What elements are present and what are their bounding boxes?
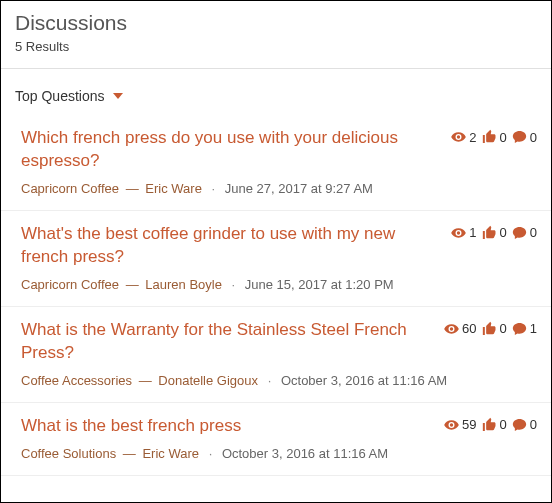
discussion-title-link[interactable]: What is the Warranty for the Stainless S…: [21, 319, 436, 365]
author-link[interactable]: Eric Ware: [145, 181, 202, 196]
discussion-title-link[interactable]: What is the best french press: [21, 415, 436, 438]
comments-stat: 1: [510, 321, 537, 337]
discussion-title-link[interactable]: What's the best coffee grinder to use wi…: [21, 223, 443, 269]
comments-count: 0: [530, 225, 537, 240]
comments-count: 0: [530, 417, 537, 432]
comment-icon: [510, 129, 529, 145]
category-link[interactable]: Capricorn Coffee: [21, 181, 119, 196]
comments-stat: 0: [510, 417, 537, 433]
comment-icon: [510, 417, 529, 433]
views-stat: 60: [442, 321, 476, 337]
comments-stat: 0: [510, 129, 537, 145]
discussion-item: What is the best french press 59 0 0 Cof…: [1, 403, 551, 476]
discussion-item: What is the Warranty for the Stainless S…: [1, 307, 551, 403]
thumbs-up-icon: [480, 417, 499, 433]
likes-stat: 0: [480, 321, 507, 337]
eye-icon: [449, 129, 468, 145]
sort-dropdown[interactable]: Top Questions: [15, 88, 123, 104]
comment-icon: [510, 321, 529, 337]
discussion-list: Which french press do you use with your …: [1, 115, 551, 476]
likes-count: 0: [500, 225, 507, 240]
thumbs-up-icon: [480, 129, 499, 145]
author-link[interactable]: Donatelle Gigoux: [158, 373, 258, 388]
likes-stat: 0: [480, 129, 507, 145]
chevron-down-icon: [113, 93, 123, 99]
views-count: 1: [469, 225, 476, 240]
sort-bar: Top Questions: [1, 69, 551, 115]
sort-label: Top Questions: [15, 88, 105, 104]
eye-icon: [442, 417, 461, 433]
comments-count: 0: [530, 130, 537, 145]
post-date: June 15, 2017 at 1:20 PM: [245, 277, 394, 292]
author-link[interactable]: Lauren Boyle: [145, 277, 222, 292]
likes-stat: 0: [480, 225, 507, 241]
eye-icon: [449, 225, 468, 241]
discussion-item: Which french press do you use with your …: [1, 115, 551, 211]
views-stat: 2: [449, 129, 476, 145]
comment-icon: [510, 225, 529, 241]
author-link[interactable]: Eric Ware: [142, 446, 199, 461]
category-link[interactable]: Capricorn Coffee: [21, 277, 119, 292]
eye-icon: [442, 321, 461, 337]
post-date: October 3, 2016 at 11:16 AM: [281, 373, 447, 388]
discussion-meta: Coffee Solutions — Eric Ware · October 3…: [21, 446, 537, 461]
discussion-stats: 59 0 0: [442, 415, 537, 433]
comments-count: 1: [530, 321, 537, 336]
discussion-stats: 1 0 0: [449, 223, 537, 241]
category-link[interactable]: Coffee Solutions: [21, 446, 116, 461]
discussions-header: Discussions 5 Results: [1, 1, 551, 69]
views-count: 59: [462, 417, 476, 432]
discussion-meta: Coffee Accessories — Donatelle Gigoux · …: [21, 373, 537, 388]
thumbs-up-icon: [480, 321, 499, 337]
likes-count: 0: [500, 321, 507, 336]
views-stat: 1: [449, 225, 476, 241]
discussion-item: What's the best coffee grinder to use wi…: [1, 211, 551, 307]
page-title: Discussions: [15, 11, 537, 35]
views-count: 2: [469, 130, 476, 145]
discussion-title-link[interactable]: Which french press do you use with your …: [21, 127, 443, 173]
post-date: October 3, 2016 at 11:16 AM: [222, 446, 388, 461]
discussion-meta: Capricorn Coffee — Eric Ware · June 27, …: [21, 181, 537, 196]
discussion-meta: Capricorn Coffee — Lauren Boyle · June 1…: [21, 277, 537, 292]
likes-count: 0: [500, 130, 507, 145]
category-link[interactable]: Coffee Accessories: [21, 373, 132, 388]
views-stat: 59: [442, 417, 476, 433]
discussion-stats: 2 0 0: [449, 127, 537, 145]
comments-stat: 0: [510, 225, 537, 241]
post-date: June 27, 2017 at 9:27 AM: [225, 181, 373, 196]
views-count: 60: [462, 321, 476, 336]
results-count: 5 Results: [15, 39, 537, 54]
thumbs-up-icon: [480, 225, 499, 241]
likes-count: 0: [500, 417, 507, 432]
likes-stat: 0: [480, 417, 507, 433]
discussion-stats: 60 0 1: [442, 319, 537, 337]
